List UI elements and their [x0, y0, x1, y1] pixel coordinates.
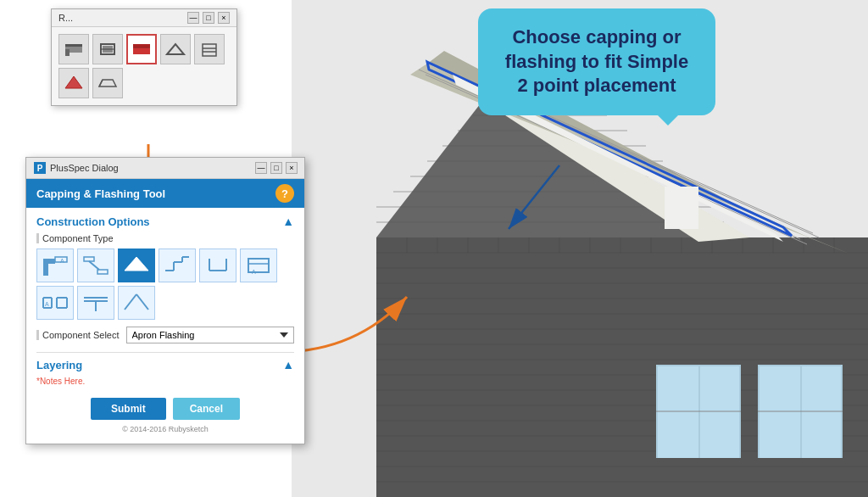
svg-text:A: A	[60, 258, 64, 264]
construction-title: Construction Options	[36, 215, 150, 228]
svg-rect-52	[665, 187, 698, 229]
layering-notes: *Notes Here.	[36, 377, 294, 386]
comp-icon-t-bar[interactable]	[77, 286, 114, 320]
svg-marker-72	[203, 44, 216, 56]
toolbar-icon-3[interactable]	[126, 34, 157, 64]
component-type-grid: A	[36, 248, 294, 320]
toolbar-icons-container	[52, 27, 236, 105]
toolbar-icon-5[interactable]	[194, 34, 225, 64]
dialog-header: Capping & Flashing Tool ?	[26, 179, 304, 208]
comp-icon-l-shape[interactable]: A	[36, 248, 74, 282]
dialog-minimize-btn[interactable]: —	[255, 162, 267, 174]
svg-rect-68	[133, 44, 150, 47]
svg-line-110	[125, 294, 136, 310]
toolbar-icon-4[interactable]	[160, 34, 191, 64]
svg-rect-83	[84, 257, 94, 261]
main-titlebar: P PlusSpec Dialog — □ ×	[26, 158, 304, 179]
svg-marker-70	[167, 44, 184, 54]
comp-icon-u-channel[interactable]	[199, 248, 236, 282]
dialog-footer-buttons: Submit Cancel	[36, 393, 294, 425]
tooltip-bubble: Choose capping or flashing to fit Simple…	[478, 8, 715, 115]
help-button[interactable]: ?	[275, 184, 294, 203]
toolbar-titlebar: R... — □ ×	[52, 9, 236, 27]
svg-rect-80	[43, 264, 48, 276]
svg-rect-54	[658, 366, 698, 458]
toolbar-title: R...	[58, 13, 73, 23]
dialog-body: Construction Options ▲ Component Type A	[26, 208, 304, 444]
comp-icon-box[interactable]: A	[240, 248, 277, 282]
toolbar-maximize-btn[interactable]: □	[203, 12, 214, 24]
construction-section-header: Construction Options ▲	[36, 215, 294, 228]
toolbar-icon-7[interactable]	[92, 68, 123, 98]
component-select-row: Component Select Apron Flashing Ridge Ca…	[36, 327, 294, 343]
layering-section-header: Layering ▲	[36, 358, 294, 371]
construction-chevron-icon[interactable]: ▲	[282, 215, 294, 228]
component-select-label: Component Select	[36, 330, 120, 340]
component-select-dropdown[interactable]: Apron Flashing Ridge Capping Hip Capping…	[126, 327, 295, 343]
svg-rect-62	[65, 44, 82, 47]
svg-line-84	[89, 261, 99, 270]
layering-chevron-icon[interactable]: ▲	[282, 358, 294, 371]
cancel-button[interactable]: Cancel	[173, 398, 240, 420]
layering-section: Layering ▲ *Notes Here.	[36, 352, 294, 386]
toolbar-icon-2[interactable]	[92, 34, 123, 64]
svg-text:A: A	[45, 301, 49, 307]
dialog-maximize-btn[interactable]: □	[270, 162, 282, 174]
toolbar-minimize-btn[interactable]: —	[187, 12, 199, 24]
svg-rect-55	[700, 366, 739, 458]
svg-marker-86	[125, 257, 148, 271]
svg-line-111	[136, 294, 148, 310]
toolbar-icon-1[interactable]	[58, 34, 89, 64]
svg-rect-79	[43, 259, 55, 264]
svg-rect-85	[97, 270, 108, 274]
main-dialog-title: PlusSpec Dialog	[50, 163, 255, 173]
toolbar-close-btn[interactable]: ×	[218, 12, 230, 24]
main-window-controls: — □ ×	[255, 162, 298, 174]
comp-icon-angle[interactable]	[118, 286, 155, 320]
svg-rect-59	[802, 366, 841, 458]
layering-title: Layering	[36, 359, 82, 371]
toolbar-icon-6[interactable]	[58, 68, 89, 98]
copyright-text: © 2014-2016 Rubysketch	[36, 425, 294, 437]
toolbar-dialog: R... — □ ×	[51, 8, 237, 106]
toolbar-window-controls: — □ ×	[187, 12, 230, 24]
comp-icon-ridge-active[interactable]	[118, 248, 155, 282]
comp-icon-z-shape[interactable]	[77, 248, 114, 282]
comp-icon-step[interactable]	[159, 248, 196, 282]
submit-button[interactable]: Submit	[91, 398, 166, 420]
svg-text:A: A	[252, 269, 256, 275]
dialog-close-btn[interactable]: ×	[286, 162, 298, 174]
svg-text:P: P	[37, 164, 43, 173]
plusspec-icon: P	[33, 161, 47, 175]
main-dialog: P PlusSpec Dialog — □ × Capping & Flashi…	[25, 157, 305, 444]
svg-line-76	[99, 80, 103, 87]
tooltip-text: Choose capping or flashing to fit Simple…	[498, 25, 695, 98]
svg-rect-58	[760, 366, 800, 458]
svg-rect-63	[65, 49, 70, 56]
dialog-header-text: Capping & Flashing Tool	[36, 187, 165, 200]
component-type-label: Component Type	[36, 233, 294, 243]
comp-icon-tray[interactable]: A	[36, 286, 74, 320]
